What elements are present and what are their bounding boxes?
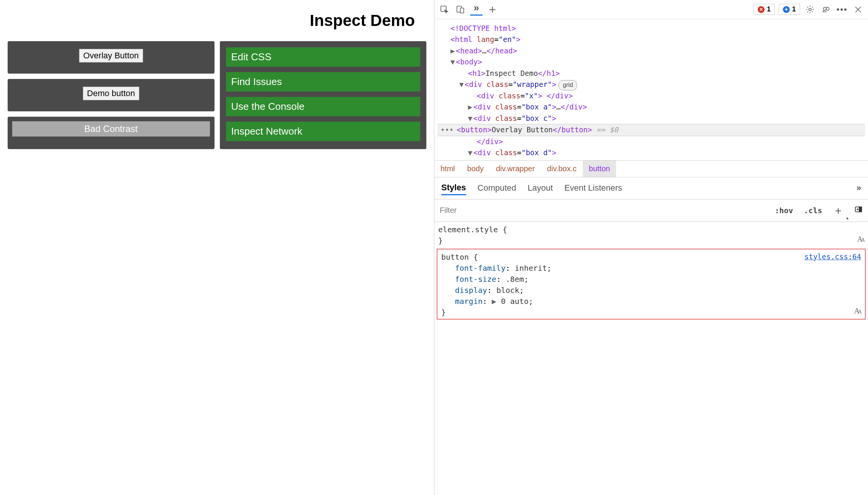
tab-computed[interactable]: Computed	[478, 182, 516, 194]
info-icon: ✦	[783, 6, 790, 13]
more-tabs-icon[interactable]: »	[470, 3, 482, 16]
rule-close-brace: }	[441, 308, 446, 317]
elements-dom-tree[interactable]: <!DOCTYPE html> <html lang="en"> ▶<head>…	[434, 19, 868, 160]
tab-layout[interactable]: Layout	[528, 182, 553, 194]
dom-line-selected-button[interactable]: ••• <button>Overlay Button</button> == $…	[437, 124, 865, 136]
left-column: Overlay Button Demo button Bad Contrast	[8, 41, 215, 149]
styles-filter-row: :hov .cls ＋	[434, 199, 868, 222]
elements-breadcrumb: html body div.wrapper div.box.c button	[434, 160, 868, 177]
expand-shorthand-icon[interactable]: ▶	[492, 297, 496, 306]
cls-toggle[interactable]: .cls	[799, 202, 828, 219]
crumb-body[interactable]: body	[461, 161, 490, 177]
new-tab-icon[interactable]: ＋	[486, 3, 499, 16]
rule-selector: element.style {	[438, 225, 507, 234]
tab-event-listeners[interactable]: Event Listeners	[564, 182, 622, 194]
dom-line-box-d[interactable]: ▼<div class="box d">	[437, 147, 865, 158]
info-counter[interactable]: ✦ 1	[779, 4, 800, 15]
box-badcontrast: Bad Contrast	[8, 117, 215, 149]
link-inspect-network[interactable]: Inspect Network	[226, 122, 421, 141]
dom-line-head[interactable]: ▶<head>…</head>	[437, 45, 865, 56]
dom-line-box-a[interactable]: ▶<div class="box a">…</div>	[437, 101, 865, 112]
dom-line-div-close[interactable]: </div>	[437, 136, 865, 147]
more-menu-icon[interactable]: •••	[836, 3, 848, 16]
crumb-box-c[interactable]: div.box.c	[541, 161, 582, 177]
link-use-console[interactable]: Use the Console	[226, 97, 421, 116]
font-size-icon[interactable]: AA	[854, 305, 860, 317]
new-style-rule-button[interactable]: ＋	[828, 199, 849, 222]
dom-line-body[interactable]: ▼<body>	[437, 56, 865, 68]
devtools-toolbar: » ＋ ✕ 1 ✦ 1 •••	[434, 0, 868, 19]
box-overlay: Overlay Button	[8, 41, 215, 74]
styles-tab-strip: Styles Computed Layout Event Listeners »	[434, 177, 868, 199]
link-find-issues[interactable]: Find Issues	[226, 72, 421, 92]
settings-icon[interactable]	[804, 3, 816, 16]
error-counter[interactable]: ✕ 1	[753, 4, 775, 15]
link-edit-css[interactable]: Edit CSS	[226, 47, 421, 67]
rule-close-brace: }	[438, 236, 443, 245]
hov-toggle[interactable]: :hov	[770, 202, 799, 219]
svg-point-3	[809, 8, 811, 11]
right-column: Edit CSS Find Issues Use the Console Ins…	[220, 41, 427, 149]
rule-selector: button {	[441, 252, 478, 262]
dom-line-doctype[interactable]: <!DOCTYPE html>	[437, 23, 865, 34]
rule-button-highlight[interactable]: styles.css:64 button { font-family: inhe…	[437, 249, 866, 320]
grid-badge[interactable]: grid	[558, 80, 577, 90]
demo-button[interactable]: Demo button	[83, 87, 139, 100]
svg-rect-2	[460, 8, 464, 13]
dom-line-wrapper[interactable]: ▼<div class="wrapper">grid	[437, 79, 865, 90]
rendered-page: Inspect Demo Overlay Button Demo button …	[0, 0, 434, 495]
tab-styles[interactable]: Styles	[441, 181, 466, 195]
dom-line-h1[interactable]: <h1>Inspect Demo</h1>	[437, 68, 865, 79]
device-toggle-icon[interactable]	[454, 3, 466, 16]
inspect-element-icon[interactable]	[438, 3, 450, 16]
dom-line-box-c[interactable]: ▼<div class="box c">	[437, 113, 865, 124]
page-title: Inspect Demo	[8, 11, 426, 30]
more-styles-tabs-icon[interactable]: »	[857, 183, 861, 193]
rule-element-style[interactable]: element.style { } AA	[434, 222, 868, 247]
feedback-icon[interactable]	[820, 3, 832, 16]
dom-line-html[interactable]: <html lang="en">	[437, 34, 865, 45]
svg-rect-7	[859, 207, 862, 212]
rule-source-link[interactable]: styles.css:64	[804, 252, 861, 262]
crumb-wrapper[interactable]: div.wrapper	[490, 161, 541, 177]
info-count: 1	[792, 5, 796, 13]
toggle-sidebar-icon[interactable]	[849, 201, 868, 219]
crumb-button[interactable]: button	[583, 161, 616, 177]
selected-node-actions-icon[interactable]: •••	[437, 124, 457, 135]
demo-wrapper: Overlay Button Demo button Bad Contrast …	[8, 41, 426, 149]
devtools-panel: » ＋ ✕ 1 ✦ 1 ••• <!DOCTYPE html> <html la…	[434, 0, 868, 495]
close-devtools-icon[interactable]	[852, 3, 864, 16]
font-size-icon[interactable]: AA	[857, 234, 863, 245]
overlay-button[interactable]: Overlay Button	[79, 49, 143, 63]
styles-filter-input[interactable]	[434, 201, 770, 220]
crumb-html[interactable]: html	[434, 161, 461, 177]
dom-line-div-x[interactable]: <div class="x"> </div>	[437, 90, 865, 101]
error-count: 1	[767, 5, 771, 13]
bad-contrast-button[interactable]: Bad Contrast	[12, 121, 210, 137]
error-icon: ✕	[758, 6, 765, 13]
box-demo: Demo button	[8, 79, 215, 111]
